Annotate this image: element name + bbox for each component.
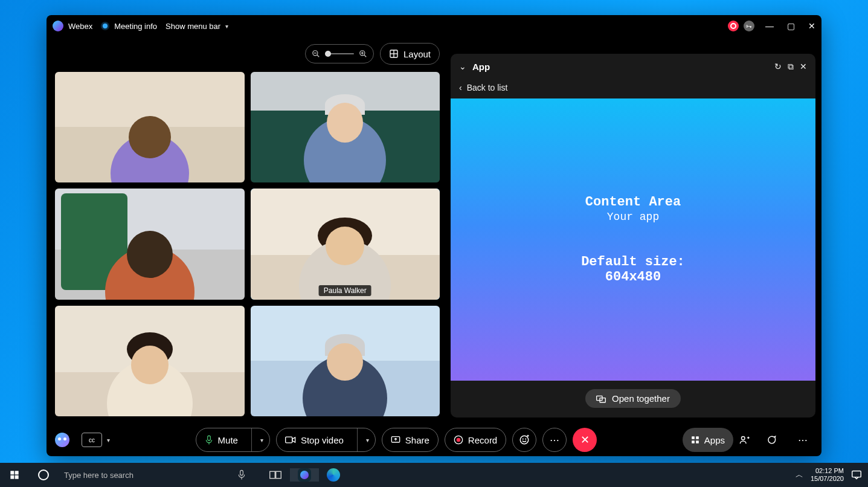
record-button[interactable]: Record — [445, 428, 506, 452]
svg-rect-12 — [207, 436, 210, 440]
zoom-slider[interactable] — [325, 53, 354, 54]
video-grid: Paula Walker — [53, 69, 442, 419]
cc-button[interactable]: cc ▾ — [82, 433, 110, 447]
content-title: Content Area — [585, 195, 681, 210]
windows-taskbar: Type here to search ︿ 02:12 PM 15/07/202… — [0, 463, 868, 487]
tray-chevron[interactable]: ︿ — [796, 469, 803, 480]
meeting-info-button[interactable]: Meeting info — [101, 22, 157, 31]
encryption-icon: 🗝 — [744, 21, 754, 31]
minimize-button[interactable]: — — [765, 21, 774, 31]
mute-label: Mute — [218, 435, 238, 445]
search-placeholder: Type here to search — [64, 471, 133, 480]
svg-rect-30 — [240, 470, 243, 475]
zoom-control[interactable] — [305, 44, 374, 63]
participant-tile[interactable] — [251, 306, 440, 416]
microphone-icon — [205, 435, 213, 445]
stop-video-label: Stop video — [301, 435, 344, 445]
meeting-info-label: Meeting info — [114, 22, 157, 31]
smiley-plus-icon — [519, 434, 530, 445]
zoom-in-icon — [359, 50, 367, 58]
svg-point-17 — [457, 438, 461, 442]
maximize-button[interactable]: ▢ — [787, 21, 795, 31]
mute-options[interactable]: ▾ — [251, 428, 269, 451]
participant-tile[interactable] — [55, 72, 245, 182]
more-options-button[interactable]: ⋯ — [542, 428, 567, 452]
svg-rect-27 — [15, 471, 19, 474]
reactions-button[interactable] — [512, 428, 536, 452]
record-label: Record — [468, 435, 497, 445]
app-brand[interactable]: Webex — [53, 21, 92, 31]
svg-rect-22 — [696, 436, 699, 439]
task-view-button[interactable] — [261, 470, 290, 480]
mute-button[interactable]: Mute ▾ — [196, 428, 270, 452]
show-menu-bar-button[interactable]: Show menu bar ▾ — [166, 22, 228, 31]
edge-app-icon — [327, 468, 340, 482]
close-panel-icon[interactable]: ✕ — [800, 62, 807, 71]
taskbar-app-edge[interactable] — [319, 468, 348, 482]
webex-window: Webex Meeting info Show menu bar ▾ 🗝 — ▢… — [47, 15, 821, 456]
record-circle-icon — [454, 435, 463, 445]
recording-indicator[interactable]: 🗝 — [728, 21, 754, 31]
apps-button[interactable]: Apps — [683, 428, 733, 452]
start-button[interactable] — [0, 463, 29, 487]
share-label: Share — [405, 435, 429, 445]
panel-more-button[interactable]: ⋯ — [792, 434, 813, 446]
participant-tile[interactable] — [251, 72, 440, 182]
content-size-value: 604x480 — [605, 269, 661, 285]
chevron-down-icon: ▾ — [366, 437, 369, 443]
ellipsis-icon: ⋯ — [798, 435, 808, 445]
meeting-controls: cc ▾ Mute ▾ Stop video ▾ Share Record — [47, 424, 821, 456]
webex-app-icon — [298, 468, 311, 482]
taskbar-search[interactable]: Type here to search — [58, 463, 227, 487]
date: 15/07/2020 — [811, 475, 844, 483]
open-together-button[interactable]: Open together — [585, 389, 681, 408]
ellipsis-icon: ⋯ — [550, 434, 559, 446]
content-subtitle: Your app — [607, 211, 659, 223]
show-menu-label: Show menu bar — [166, 22, 220, 31]
assistant-icon[interactable] — [55, 433, 69, 447]
refresh-icon[interactable]: ↻ — [774, 62, 782, 71]
svg-rect-28 — [10, 476, 14, 479]
share-button[interactable]: Share — [382, 428, 439, 452]
voice-search-button[interactable] — [227, 463, 256, 487]
open-together-icon — [596, 395, 606, 403]
system-clock[interactable]: 02:12 PM 15/07/2020 — [811, 467, 844, 482]
participant-tile[interactable] — [55, 306, 245, 416]
svg-rect-34 — [852, 471, 861, 477]
time: 02:12 PM — [815, 467, 844, 475]
close-button[interactable]: ✕ — [808, 21, 815, 31]
people-icon — [739, 435, 750, 445]
apps-label: Apps — [704, 435, 725, 445]
video-options[interactable]: ▾ — [357, 428, 375, 451]
stop-video-button[interactable]: Stop video ▾ — [276, 428, 376, 452]
layout-grid-icon — [389, 49, 399, 59]
participant-tile-active[interactable]: Paula Walker — [251, 189, 440, 299]
action-center-button[interactable] — [851, 470, 862, 480]
webex-logo-icon — [53, 21, 63, 31]
cortana-icon — [38, 469, 49, 480]
end-call-button[interactable]: ✕ — [573, 428, 597, 452]
back-label: Back to list — [467, 83, 508, 92]
svg-rect-23 — [692, 440, 695, 443]
chevron-down-icon: ▾ — [107, 437, 110, 443]
participants-panel-button[interactable] — [739, 435, 760, 445]
cortana-button[interactable] — [29, 463, 58, 487]
svg-rect-26 — [10, 471, 14, 474]
taskbar-app-webex[interactable] — [290, 468, 319, 482]
back-to-list-button[interactable]: ‹ Back to list — [451, 79, 815, 98]
chat-panel-button[interactable] — [766, 435, 786, 445]
svg-point-20 — [526, 439, 526, 439]
collapse-panel-button[interactable]: ⌄ — [459, 62, 466, 71]
participant-tile[interactable] — [55, 189, 245, 299]
close-icon: ✕ — [580, 433, 590, 447]
notification-icon — [851, 470, 862, 480]
popout-icon[interactable]: ⧉ — [788, 62, 794, 72]
content-size-label: Default size: — [581, 254, 685, 269]
task-view-icon — [269, 470, 281, 480]
video-icon — [285, 436, 296, 444]
svg-point-25 — [741, 436, 745, 440]
svg-rect-29 — [15, 476, 19, 479]
layout-button[interactable]: Layout — [380, 43, 440, 65]
svg-rect-32 — [270, 471, 275, 478]
panel-title: App — [472, 62, 490, 72]
